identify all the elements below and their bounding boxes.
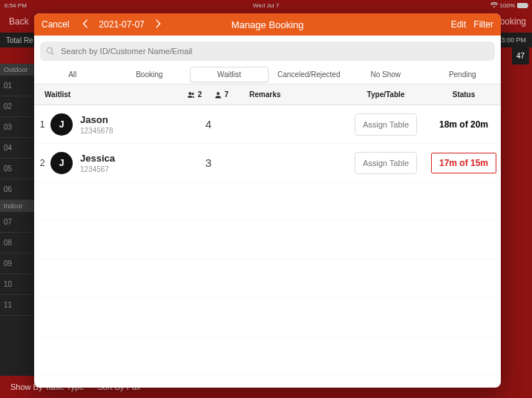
underlay-title-fragment: ooking xyxy=(500,16,526,27)
tab-all[interactable]: All xyxy=(34,65,111,84)
prev-day-button[interactable] xyxy=(76,19,94,30)
table-slot[interactable]: 06 xyxy=(0,179,34,200)
col-type-table: Type/Table xyxy=(345,90,427,99)
wifi-icon xyxy=(490,2,498,8)
tab-pending[interactable]: Pending xyxy=(424,65,502,84)
avatar: J xyxy=(50,113,73,136)
col-status: Status xyxy=(427,90,501,99)
empty-row xyxy=(34,182,501,221)
cancel-button[interactable]: Cancel xyxy=(34,19,76,30)
status-date: Wed Jul 7 xyxy=(253,2,279,9)
avatar: J xyxy=(50,152,73,174)
search-icon xyxy=(46,47,55,56)
table-group-header: Outdoor xyxy=(0,64,34,76)
column-header: Waitlist 2 7 Remarks Type/Table Status xyxy=(34,84,501,105)
type-cell: Assign Table xyxy=(345,113,427,136)
empty-row xyxy=(34,259,501,298)
underlay-count: 47 xyxy=(512,47,529,64)
table-slot[interactable]: 10 xyxy=(0,274,34,295)
customer-phone: 1234567 xyxy=(80,165,177,173)
customer-block: Jason12345678 xyxy=(80,114,177,135)
tab-no-show[interactable]: No Show xyxy=(347,65,424,84)
tab-canceled-rejected[interactable]: Canceled/Rejected xyxy=(271,65,348,84)
customer-name: Jason xyxy=(80,114,177,125)
party-size: 3 xyxy=(177,156,240,169)
edit-button[interactable]: Edit xyxy=(451,19,467,30)
battery-percent: 100% xyxy=(500,2,515,9)
date-display[interactable]: 2021-07-07 xyxy=(94,19,148,30)
col-remarks: Remarks xyxy=(231,90,345,99)
row-index: 1 xyxy=(34,119,50,130)
party-size: 4 xyxy=(177,118,240,130)
status-right: 100% xyxy=(490,2,528,9)
chevron-right-icon xyxy=(154,19,161,28)
group-icon xyxy=(188,91,195,99)
table-slot[interactable]: 11 xyxy=(0,295,34,316)
table-group-header: Indoor xyxy=(0,200,34,212)
people-total: 7 xyxy=(224,90,229,99)
manage-booking-modal: Cancel 2021-07-07 Manage Booking Edit Fi… xyxy=(34,13,501,388)
underlay-time: 3:00 PM xyxy=(501,36,526,44)
tab-waitlist[interactable]: Waitlist xyxy=(190,67,269,82)
status-time: 6:54 PM xyxy=(4,2,27,9)
table-slot[interactable]: 08 xyxy=(0,233,34,253)
modal-title: Manage Booking xyxy=(231,19,304,30)
table-slot[interactable]: 01 xyxy=(0,76,34,96)
customer-block: Jessica1234567 xyxy=(80,153,177,173)
status-cell: 18m of 20m xyxy=(427,119,501,130)
table-slot[interactable]: 09 xyxy=(0,253,34,274)
table-slot[interactable]: 02 xyxy=(0,96,34,117)
table-slot[interactable]: 05 xyxy=(0,159,34,179)
filter-button[interactable]: Filter xyxy=(473,19,493,30)
col-group-count: 2 xyxy=(168,90,202,99)
search-container xyxy=(34,36,501,65)
rows-scroll[interactable]: 1JJason123456784Assign Table18m of 20m2J… xyxy=(34,105,501,388)
empty-row xyxy=(34,221,501,259)
waitlist-row[interactable]: 2JJessica12345673Assign Table17m of 15m xyxy=(34,144,501,182)
underlay-table-list: Outdoor010203040506Indoor0708091011 xyxy=(0,64,34,376)
empty-row xyxy=(34,375,501,388)
tab-booking[interactable]: Booking xyxy=(111,65,188,84)
table-slot[interactable]: 04 xyxy=(0,138,34,159)
status-cell: 17m of 15m xyxy=(431,153,496,173)
table-slot[interactable]: 03 xyxy=(0,117,34,138)
customer-phone: 12345678 xyxy=(80,127,177,135)
assign-table-button[interactable]: Assign Table xyxy=(355,152,417,174)
battery-icon xyxy=(517,3,528,8)
ipad-status-bar: 6:54 PM Wed Jul 7 100% xyxy=(0,0,532,10)
search-input[interactable] xyxy=(59,46,489,56)
tab-bar: AllBookingWaitlistCanceled/RejectedNo Sh… xyxy=(34,65,501,84)
back-button[interactable]: Back xyxy=(0,16,29,27)
customer-name: Jessica xyxy=(80,153,177,164)
next-day-button[interactable] xyxy=(149,19,167,30)
modal-header: Cancel 2021-07-07 Manage Booking Edit Fi… xyxy=(34,13,501,36)
total-label-fragment: Total Re xyxy=(6,36,33,44)
person-icon xyxy=(214,91,222,99)
col-people-count: 7 xyxy=(202,90,231,99)
assign-table-button[interactable]: Assign Table xyxy=(355,113,417,136)
chevron-left-icon xyxy=(82,19,89,28)
search-field[interactable] xyxy=(40,42,495,61)
empty-row xyxy=(34,298,501,336)
type-cell: Assign Table xyxy=(345,152,427,174)
empty-row xyxy=(34,336,501,375)
row-index: 2 xyxy=(34,158,50,168)
col-waitlist: Waitlist xyxy=(34,90,168,99)
waitlist-row[interactable]: 1JJason123456784Assign Table18m of 20m xyxy=(34,105,501,144)
table-slot[interactable]: 07 xyxy=(0,212,34,233)
